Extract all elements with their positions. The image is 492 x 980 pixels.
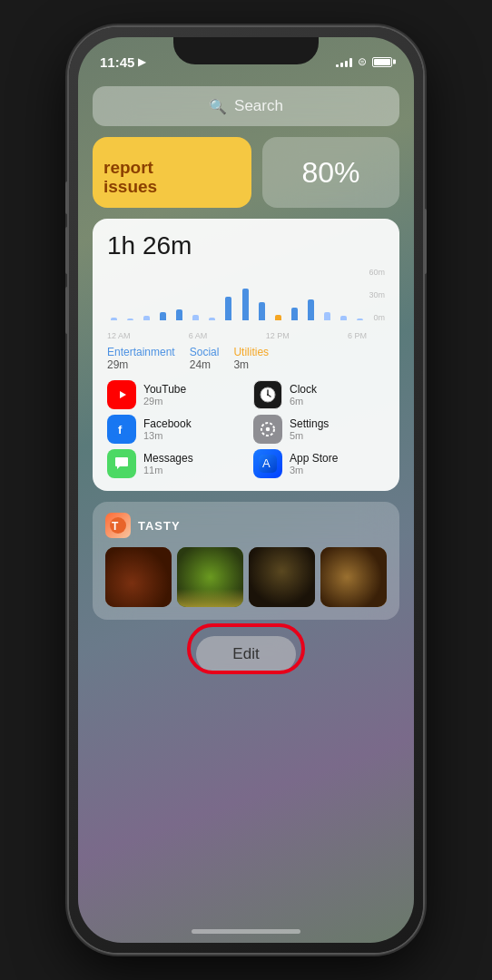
- svg-text:A: A: [262, 456, 271, 470]
- app-item-appstore[interactable]: A App Store 3m: [253, 449, 385, 478]
- small-widgets-row: reportissues 80%: [93, 137, 399, 208]
- food-image-4: [320, 547, 387, 607]
- chart-bar: [288, 268, 301, 320]
- chart-bar: [107, 268, 121, 320]
- widgets-area: 🔍 Search reportissues 80% 1h 26m: [78, 77, 414, 943]
- app-item-youtube[interactable]: YouTube 29m: [107, 380, 239, 409]
- svg-text:T: T: [112, 520, 119, 533]
- chart-bar: [337, 268, 350, 320]
- appstore-icon: A: [253, 449, 282, 478]
- categories-row: Entertainment 29m Social 24m Utilities 3…: [107, 346, 385, 371]
- battery-icon: [372, 57, 392, 67]
- signal-icon: [336, 56, 352, 67]
- search-text: Search: [234, 97, 283, 115]
- screentime-widget[interactable]: 1h 26m 60m 30m 0m 12 AM 6 AM 12 PM 6 PM: [93, 219, 399, 491]
- svg-text:f: f: [118, 423, 123, 436]
- chart-bar: [140, 268, 153, 320]
- screentime-total: 1h 26m: [107, 231, 385, 260]
- wifi-icon: ⊜: [358, 55, 367, 68]
- chart-bar: [123, 268, 137, 320]
- location-icon: ▶: [138, 56, 145, 68]
- app-item-facebook[interactable]: f Facebook 13m: [107, 415, 239, 444]
- chart-bar: [239, 268, 252, 320]
- edit-button[interactable]: Edit: [196, 636, 295, 672]
- tasty-app-name: TASTY: [138, 519, 181, 533]
- category-utilities: Utilities 3m: [233, 346, 269, 371]
- chart-bar: [304, 268, 318, 320]
- phone-frame: 11:45 ▶ ⊜ 🔍 Search: [69, 27, 423, 953]
- app-list: YouTube 29m: [107, 380, 385, 478]
- tasty-logo: T: [105, 513, 131, 538]
- power-button: [423, 209, 427, 274]
- search-bar[interactable]: 🔍 Search: [93, 86, 399, 126]
- food-image-1: [105, 547, 172, 607]
- svg-point-5: [267, 394, 269, 396]
- notch: [173, 37, 319, 64]
- chart-bar: [353, 268, 367, 320]
- chart-bar: [320, 268, 334, 320]
- chart-bar: [189, 268, 202, 320]
- tasty-widget[interactable]: T TASTY: [93, 502, 399, 620]
- battery-widget[interactable]: 80%: [262, 137, 399, 208]
- clock-icon: [253, 380, 282, 409]
- food-image-3: [249, 547, 315, 607]
- category-entertainment: Entertainment 29m: [107, 346, 175, 371]
- volume-down-button: [65, 287, 69, 334]
- search-icon: 🔍: [209, 98, 227, 115]
- app-item-clock[interactable]: Clock 6m: [253, 380, 385, 409]
- status-icons: ⊜: [336, 55, 392, 68]
- messages-icon: [107, 449, 136, 478]
- chart-bar: [156, 268, 170, 320]
- settings-icon: [253, 415, 282, 444]
- chart-bar: [271, 268, 285, 320]
- app-item-messages[interactable]: Messages 11m: [107, 449, 239, 478]
- home-indicator: [192, 929, 300, 934]
- chart-x-labels: 12 AM 6 AM 12 PM 6 PM: [107, 331, 367, 340]
- chart-bar: [172, 268, 186, 320]
- report-issues-widget[interactable]: reportissues: [93, 137, 251, 208]
- volume-up-button: [65, 227, 69, 274]
- chart-bar: [205, 268, 219, 320]
- chart-bar: [221, 268, 235, 320]
- category-social: Social 24m: [190, 346, 220, 371]
- phone-screen: 11:45 ▶ ⊜ 🔍 Search: [78, 37, 414, 943]
- chart-bar: [255, 268, 269, 320]
- edit-area: Edit: [93, 632, 399, 672]
- chart-bars: [107, 268, 367, 322]
- mute-button: [65, 181, 69, 214]
- chart-y-labels: 60m 30m 0m: [369, 268, 385, 322]
- report-text: reportissues: [103, 159, 157, 197]
- youtube-icon: [107, 380, 136, 409]
- tasty-images: [105, 547, 387, 607]
- food-image-2: [177, 547, 243, 607]
- battery-percent: 80%: [301, 156, 359, 190]
- app-item-settings[interactable]: Settings 5m: [253, 415, 385, 444]
- svg-point-9: [265, 426, 271, 432]
- facebook-icon: f: [107, 415, 136, 444]
- screentime-chart: 60m 30m 0m 12 AM 6 AM 12 PM 6 PM: [107, 268, 385, 340]
- status-time: 11:45 ▶: [100, 54, 145, 70]
